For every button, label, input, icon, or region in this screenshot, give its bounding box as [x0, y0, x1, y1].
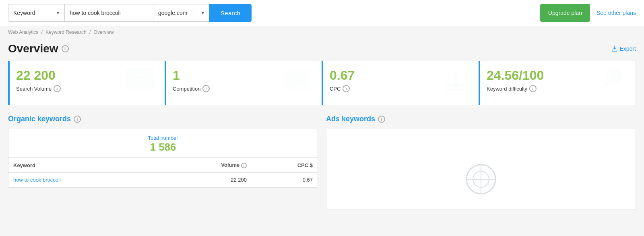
- row-volume: 22 200: [159, 173, 252, 187]
- keywords-table: Keyword Volume i CPC $ how to cook brocc…: [8, 158, 318, 187]
- metric-card-search-volume: 22 200 Search Volume i: [8, 61, 165, 105]
- search-volume-value: 22 200: [16, 68, 158, 83]
- page-title: Overview: [8, 42, 58, 55]
- ads-keywords-title: Ads keywords i: [326, 115, 636, 123]
- see-other-plans-link[interactable]: See other plans: [597, 10, 636, 16]
- metric-card-cpc: 0.67 CPC i: [322, 61, 479, 105]
- organic-keywords-section: Organic keywords i Total number 1 586 Ke…: [8, 115, 318, 209]
- competition-label: Competition i: [173, 85, 315, 92]
- upgrade-plan-button[interactable]: Upgrade plan: [540, 4, 590, 22]
- organic-keywords-info-icon[interactable]: i: [74, 116, 81, 123]
- search-volume-info-icon[interactable]: i: [54, 85, 61, 92]
- keyword-input[interactable]: [64, 4, 153, 22]
- domain-select-wrapper: google.com bing.com ▼: [153, 4, 209, 22]
- ads-keywords-section: Ads keywords i: [326, 115, 636, 209]
- export-icon: [611, 46, 618, 52]
- competition-value: 1: [173, 68, 315, 83]
- page-title-row: Overview i Export: [8, 38, 636, 61]
- metric-card-competition: 1 Competition i: [165, 61, 322, 105]
- metric-card-keyword-difficulty: 24.56/100 Keyword difficulty i: [479, 61, 636, 105]
- competition-info-icon[interactable]: i: [202, 85, 210, 92]
- total-label: Total number: [8, 135, 318, 141]
- export-label: Export: [620, 46, 636, 52]
- cpc-info-icon[interactable]: i: [343, 85, 350, 92]
- search-button[interactable]: Search: [209, 4, 252, 22]
- lower-section: Organic keywords i Total number 1 586 Ke…: [8, 115, 636, 209]
- ads-placeholder-icon: [465, 163, 497, 201]
- breadcrumb-sep-2: /: [89, 29, 92, 35]
- breadcrumb-sep-1: /: [41, 29, 44, 35]
- row-keyword: how to cook broccoli: [8, 173, 159, 187]
- search-volume-label: Search Volume i: [16, 85, 158, 92]
- breadcrumb-item-overview: Overview: [94, 29, 114, 35]
- ads-keywords-info-icon[interactable]: i: [378, 116, 385, 123]
- ads-panel: [326, 129, 636, 209]
- keyword-difficulty-value: 24.56/100: [487, 68, 629, 83]
- organic-keywords-table-wrapper: Total number 1 586 Keyword Volume i CPC …: [8, 129, 318, 188]
- row-cpc: 0.67: [252, 173, 318, 187]
- cpc-value: 0.67: [330, 68, 472, 83]
- main-content: Overview i Export 22 200 Search Volume i: [0, 38, 644, 217]
- overview-info-icon[interactable]: i: [62, 45, 69, 52]
- keyword-difficulty-label: Keyword difficulty i: [487, 85, 629, 92]
- keyword-difficulty-info-icon[interactable]: i: [529, 85, 537, 92]
- total-value: 1 586: [8, 141, 318, 153]
- keyword-link[interactable]: how to cook broccoli: [13, 177, 61, 183]
- organic-keywords-title: Organic keywords i: [8, 115, 318, 123]
- export-link[interactable]: Export: [611, 46, 636, 52]
- breadcrumb-item-keyword-research[interactable]: Keyword Research: [45, 29, 86, 35]
- header: Keyword Domain URL ▼ google.com bing.com…: [0, 0, 644, 26]
- total-number-row: Total number 1 586: [8, 129, 318, 158]
- col-cpc: CPC $: [252, 158, 318, 173]
- col-keyword: Keyword: [8, 158, 159, 173]
- metric-cards: 22 200 Search Volume i 1: [8, 61, 636, 105]
- search-type-select[interactable]: Keyword Domain URL: [8, 4, 64, 22]
- breadcrumb-item-web-analytics[interactable]: Web Analytics: [8, 29, 38, 35]
- search-type-wrapper: Keyword Domain URL ▼: [8, 4, 64, 22]
- cpc-label: CPC i: [330, 85, 472, 92]
- volume-col-info-icon[interactable]: i: [241, 163, 247, 168]
- table-row: how to cook broccoli 22 200 0.67: [8, 173, 318, 187]
- col-volume: Volume i: [159, 158, 252, 173]
- table-header-row: Keyword Volume i CPC $: [8, 158, 318, 173]
- breadcrumb: Web Analytics / Keyword Research / Overv…: [0, 26, 644, 38]
- domain-select[interactable]: google.com bing.com: [153, 4, 209, 22]
